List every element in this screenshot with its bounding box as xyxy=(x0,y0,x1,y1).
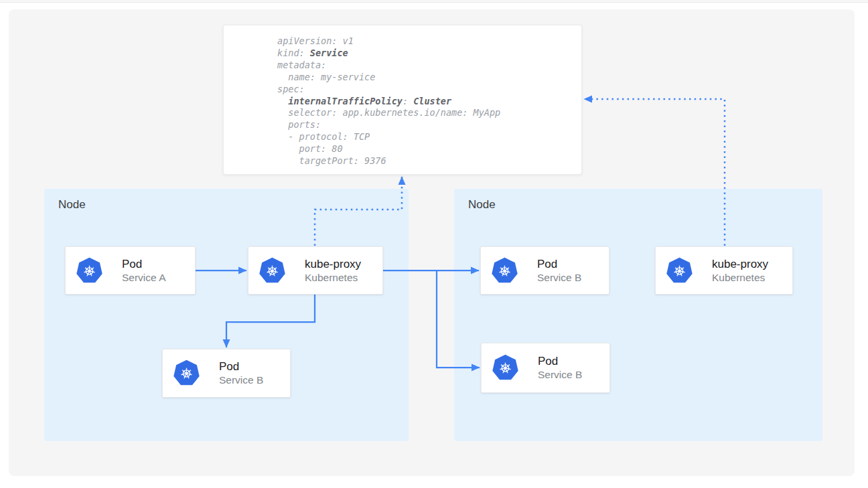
yaml-line: - protocol: TCP xyxy=(277,131,575,143)
card-subtitle: Kubernetes xyxy=(712,271,768,284)
node-label: Node xyxy=(58,198,86,212)
service-yaml-card: apiVersion: v1kind: Servicemetadata: nam… xyxy=(223,25,582,175)
card-pod-service-b-right-2: Pod Service B xyxy=(481,343,610,393)
yaml-line: targetPort: 9376 xyxy=(277,155,575,167)
kubernetes-logo-icon xyxy=(173,359,200,387)
card-pod-service-b-right-1: Pod Service B xyxy=(480,246,609,295)
card-title: Pod xyxy=(122,257,165,271)
kubernetes-logo-icon xyxy=(76,257,103,284)
kubernetes-logo-icon xyxy=(491,257,518,284)
node-label: Node xyxy=(468,198,496,212)
card-pod-service-a: Pod Service A xyxy=(65,246,196,295)
card-title: Pod xyxy=(538,354,582,368)
card-subtitle: Service B xyxy=(537,271,581,284)
node-box-left: Node xyxy=(44,189,409,441)
yaml-line: apiVersion: v1 xyxy=(277,35,575,48)
yaml-line: selector: app.kubernetes.io/name: MyApp xyxy=(277,107,575,119)
yaml-line: ports: xyxy=(277,119,575,131)
yaml-line: metadata: xyxy=(277,60,575,72)
card-title: Pod xyxy=(537,257,581,271)
card-title: kube-proxy xyxy=(712,257,768,271)
card-kube-proxy-left: kube-proxy Kubernetes xyxy=(248,246,383,295)
card-title: Pod xyxy=(219,359,263,374)
card-subtitle: Service B xyxy=(538,368,582,382)
card-kube-proxy-right: kube-proxy Kubernetes xyxy=(655,246,793,295)
node-box-right: Node xyxy=(454,189,822,441)
card-pod-service-b-left: Pod Service B xyxy=(162,349,291,398)
yaml-line: kind: Service xyxy=(277,48,575,60)
yaml-line: spec: xyxy=(277,84,575,96)
kubernetes-logo-icon xyxy=(492,354,519,382)
kubernetes-logo-icon xyxy=(666,257,693,284)
yaml-line: name: my-service xyxy=(277,72,575,84)
kubernetes-logo-icon xyxy=(259,257,286,284)
yaml-line: port: 80 xyxy=(277,143,575,155)
yaml-code: apiVersion: v1kind: Servicemetadata: nam… xyxy=(277,35,575,167)
card-subtitle: Service B xyxy=(219,374,263,387)
top-border-strip xyxy=(0,0,868,3)
card-subtitle: Service A xyxy=(122,271,165,284)
card-title: kube-proxy xyxy=(305,257,361,271)
card-subtitle: Kubernetes xyxy=(305,271,361,284)
yaml-line: internalTrafficPolicy: Cluster xyxy=(277,96,575,108)
